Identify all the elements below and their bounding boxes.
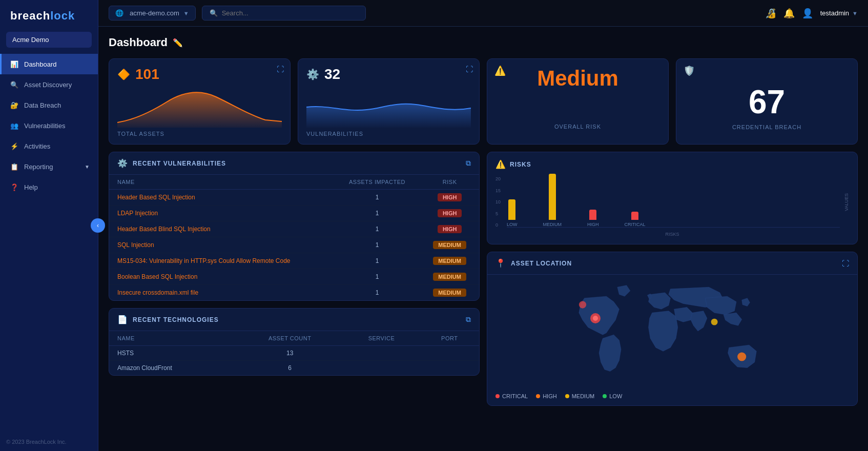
table-row: Header Based Blind SQL Injection 1 HIGH [109, 221, 479, 237]
table-row: Boolean Based SQL Injection 1 MEDIUM [109, 269, 479, 285]
overall-risk-label: OVERALL RISK [554, 124, 601, 137]
search-icon: 🔍 [210, 9, 218, 17]
vuln-risk-cell: MEDIUM [420, 237, 479, 253]
sidebar-item-reporting[interactable]: 📋 Reporting ▼ [0, 156, 98, 177]
recent-technologies-card: 📄 RECENT TECHNOLOGIES ⧉ Name Asset Count… [109, 308, 480, 376]
sidebar-nav: 📊 Dashboard 🔍 Asset Discovery 🔐 Data Bre… [0, 54, 98, 197]
tech-col-name: Name [109, 331, 237, 346]
sidebar-item-vulnerabilities[interactable]: 👥 Vulnerabilities [0, 115, 98, 136]
credential-breach-card: 🛡️ 67 CREDENTIAL BREACH [676, 58, 858, 145]
expand-tech-table-icon[interactable]: ⧉ [466, 315, 471, 324]
vuln-name-cell[interactable]: LDAP Injection [109, 206, 334, 221]
bar-critical: CRITICAL [625, 212, 646, 227]
vuln-col-name: Name [109, 175, 334, 190]
vuln-name-cell[interactable]: Boolean Based SQL Injection [109, 269, 334, 285]
sidebar-item-help[interactable]: ❓ Help [0, 177, 98, 197]
alert-icon: ⚠️ [494, 65, 506, 76]
overall-risk-value: Medium [537, 66, 618, 91]
vuln-name-cell[interactable]: MS15-034: Vulnerability in HTTP.sys Coul… [109, 253, 334, 269]
tech-name-cell: HSTS [109, 346, 237, 361]
right-panels: ⚠️ RISKS 20 15 10 5 0 [487, 152, 858, 406]
help-icon: ❓ [10, 182, 19, 192]
vulnerabilities-icon: 👥 [10, 121, 19, 130]
vuln-assets-cell: 1 [334, 253, 421, 269]
medium-dot [565, 394, 569, 398]
vulns-chart [306, 87, 471, 128]
tech-col-service: Service [343, 331, 420, 346]
expand-map-icon[interactable]: ⛶ [842, 259, 849, 268]
vuln-risk-cell: MEDIUM [420, 269, 479, 285]
dropdown-arrow-icon: ▼ [183, 10, 189, 16]
vuln-assets-cell: 1 [334, 190, 421, 206]
y-label-10: 10 [495, 199, 501, 204]
x-axis-label: RISKS [495, 232, 849, 237]
risks-icon: ⚠️ [495, 159, 506, 169]
bar-low: LOW [507, 199, 518, 227]
globe-icon: 🌐 [115, 9, 123, 17]
username-text: testadmin [820, 9, 849, 17]
reporting-icon: 📋 [10, 162, 19, 171]
header-right: 🔏 🔔 👤 testadmin ▼ [765, 8, 858, 19]
edit-icon[interactable]: ✏️ [173, 38, 183, 48]
user-dropdown-icon: ▼ [852, 10, 858, 16]
vuln-name-cell[interactable]: Insecure crossdomain.xml file [109, 285, 334, 301]
table-row: MS15-034: Vulnerability in HTTP.sys Coul… [109, 253, 479, 269]
recent-vulnerabilities-card: ⚙️ RECENT VULNERABILITIES ⧉ Name Assets … [109, 152, 480, 301]
tech-col-count: Asset Count [237, 331, 343, 346]
sidebar-footer: © 2023 BreachLock Inc. [0, 433, 98, 451]
sidebar: breachlock Acme Demo 📊 Dashboard 🔍 Asset… [0, 0, 98, 451]
main-content: 🌐 acme-demo.com ▼ 🔍 🔏 🔔 👤 testadmin ▼ Da… [98, 0, 868, 451]
world-map-svg [492, 280, 852, 382]
sidebar-item-dashboard[interactable]: 📊 Dashboard [0, 54, 98, 74]
vulnerabilities-number: 32 [324, 66, 340, 83]
assets-chart [117, 87, 282, 128]
page-content: Dashboard ✏️ 🔶 101 ⛶ [98, 27, 868, 451]
user-menu[interactable]: testadmin ▼ [820, 9, 858, 17]
table-row: SQL Injection 1 MEDIUM [109, 237, 479, 253]
table-row: Header Based SQL Injection 1 HIGH [109, 190, 479, 206]
risks-card: ⚠️ RISKS 20 15 10 5 0 [487, 152, 858, 244]
total-assets-label: TOTAL ASSETS [117, 131, 282, 137]
svg-point-3 [579, 301, 586, 308]
page-title: Dashboard ✏️ [109, 36, 858, 49]
expand-vulns-icon[interactable]: ⛶ [466, 65, 473, 73]
search-bar[interactable]: 🔍 [202, 6, 366, 20]
domain-text: acme-demo.com [130, 9, 179, 17]
asset-location-card: 📍 ASSET LOCATION ⛶ [487, 252, 858, 406]
svg-point-2 [593, 316, 598, 321]
sidebar-item-activities[interactable]: ⚡ Activities [0, 136, 98, 156]
expand-assets-icon[interactable]: ⛶ [277, 65, 284, 73]
search-input[interactable] [222, 9, 358, 17]
tech-service-cell [343, 346, 420, 361]
sidebar-collapse-button[interactable]: ‹ [91, 218, 105, 233]
map-card-header: 📍 ASSET LOCATION ⛶ [487, 252, 857, 275]
vuln-col-assets: Assets Impacted [334, 175, 421, 190]
fingerprint-icon[interactable]: 🔏 [765, 8, 776, 19]
assets-icon: 🔶 [117, 68, 130, 80]
vuln-assets-cell: 1 [334, 221, 421, 237]
critical-dot [495, 394, 500, 398]
sidebar-item-asset-discovery[interactable]: 🔍 Asset Discovery [0, 74, 98, 95]
logo: breachlock [0, 0, 98, 32]
vuln-name-cell[interactable]: Header Based SQL Injection [109, 190, 334, 206]
map-area [487, 275, 857, 389]
bell-icon[interactable]: 🔔 [783, 8, 795, 19]
high-dot [536, 394, 540, 398]
dashboard-icon: 📊 [10, 59, 19, 69]
sidebar-item-data-breach[interactable]: 🔐 Data Breach [0, 95, 98, 115]
vuln-card-title: RECENT VULNERABILITIES [133, 160, 226, 167]
vuln-name-cell[interactable]: SQL Injection [109, 237, 334, 253]
credential-breach-number: 67 [732, 83, 801, 121]
overall-risk-card: ⚠️ Medium OVERALL RISK [487, 58, 669, 145]
domain-selector[interactable]: 🌐 acme-demo.com ▼ [109, 6, 196, 20]
location-icon: 📍 [495, 258, 506, 268]
org-selector[interactable]: Acme Demo [6, 32, 92, 48]
stats-row: 🔶 101 ⛶ [109, 58, 858, 145]
expand-vuln-table-icon[interactable]: ⧉ [466, 159, 471, 168]
svg-point-5 [737, 352, 746, 361]
vuln-assets-cell: 1 [334, 237, 421, 253]
user-icon[interactable]: 👤 [802, 8, 813, 19]
y-label-0: 0 [495, 222, 501, 228]
risks-title: RISKS [510, 161, 531, 168]
vuln-name-cell[interactable]: Header Based Blind SQL Injection [109, 221, 334, 237]
